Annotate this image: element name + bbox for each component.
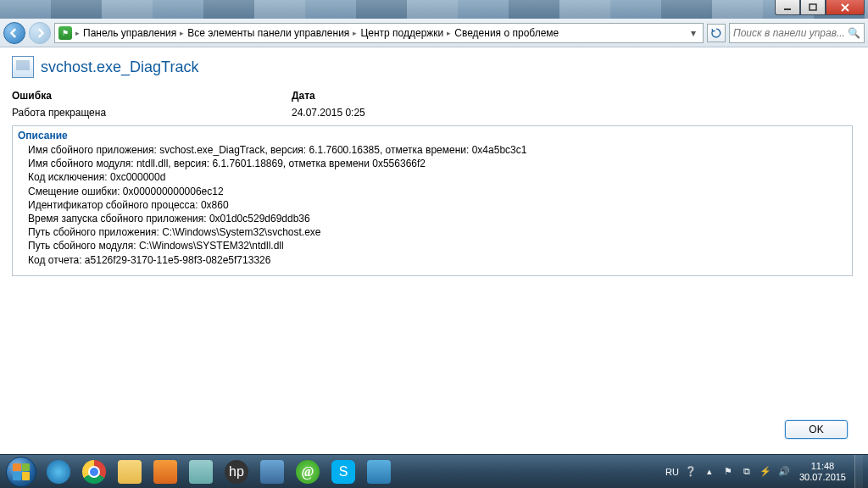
- taskbar-card[interactable]: [362, 456, 396, 488]
- description-line: Смещение ошибки: 0x000000000006ec12: [21, 185, 843, 198]
- navigation-bar: ⚑ ▸Панель управления ▸Все элементы панел…: [0, 19, 868, 47]
- address-dropdown-icon[interactable]: ▾: [687, 27, 699, 39]
- description-line: Путь сбойного приложения: C:\Windows\Sys…: [21, 225, 843, 239]
- taskbar-media-player[interactable]: [148, 456, 182, 488]
- date-label: Дата: [292, 90, 571, 102]
- start-button[interactable]: [2, 455, 41, 489]
- taskbar-chrome[interactable]: [77, 456, 111, 488]
- flag-icon[interactable]: ⚑: [721, 465, 735, 479]
- description-line: Идентификатор сбойного процесса: 0x860: [21, 198, 843, 212]
- description-line: Код исключения: 0xc000000d: [21, 170, 843, 184]
- description-box: Описание Имя сбойного приложения: svchos…: [12, 125, 853, 276]
- clock-date: 30.07.2015: [799, 472, 846, 483]
- volume-icon[interactable]: 🔊: [777, 465, 791, 479]
- chevron-right-icon: ▸: [353, 29, 357, 37]
- taskbar-desktop[interactable]: [255, 456, 289, 488]
- network-icon[interactable]: ⧉: [740, 465, 754, 479]
- refresh-button[interactable]: [707, 24, 726, 42]
- error-value: Работа прекращена: [12, 107, 292, 119]
- taskbar-hp[interactable]: hp: [220, 456, 253, 488]
- svg-rect-1: [810, 4, 816, 10]
- breadcrumb-item[interactable]: Панель управления: [83, 27, 176, 39]
- application-icon: [12, 56, 34, 78]
- description-heading: Описание: [18, 130, 843, 141]
- clock-time: 11:48: [799, 461, 846, 472]
- language-indicator[interactable]: RU: [665, 467, 679, 477]
- maximize-button[interactable]: [800, 0, 826, 15]
- forward-button[interactable]: [29, 22, 51, 44]
- breadcrumb-item[interactable]: Все элементы панели управления: [187, 27, 349, 39]
- action-center-icon[interactable]: ❔: [684, 465, 698, 479]
- address-bar[interactable]: ⚑ ▸Панель управления ▸Все элементы панел…: [54, 23, 704, 43]
- breadcrumb-item[interactable]: Центр поддержки: [360, 27, 443, 39]
- description-line: Путь сбойного модуля: C:\Windows\SYSTEM3…: [21, 239, 843, 252]
- tray-up-icon[interactable]: ▴: [703, 465, 716, 479]
- window-titlebar: [0, 0, 868, 19]
- power-icon[interactable]: ⚡: [759, 465, 772, 479]
- minimize-button[interactable]: [775, 0, 800, 15]
- ok-button[interactable]: OK: [785, 420, 848, 439]
- description-line: Код отчета: a5126f29-3170-11e5-98f3-082e…: [21, 253, 843, 267]
- page-title: svchost.exe_DiagTrack: [41, 58, 198, 76]
- date-value: 24.07.2015 0:25: [292, 107, 571, 119]
- search-box[interactable]: 🔍: [729, 23, 865, 43]
- description-line: Время запуска сбойного приложения: 0x01d…: [21, 212, 843, 225]
- control-panel-icon: ⚑: [58, 26, 72, 40]
- search-input[interactable]: [733, 27, 844, 39]
- system-tray: RU ❔ ▴ ⚑ ⧉ ⚡ 🔊 11:48 30.07.2015: [665, 455, 868, 489]
- content-area: svchost.exe_DiagTrack Ошибка Работа прек…: [0, 47, 868, 454]
- taskbar-mail[interactable]: @: [291, 456, 325, 488]
- close-button[interactable]: [826, 0, 865, 15]
- search-icon[interactable]: 🔍: [848, 27, 860, 39]
- chevron-right-icon: ▸: [447, 29, 451, 37]
- show-desktop-button[interactable]: [854, 455, 863, 489]
- description-line: Имя сбойного модуля: ntdll.dll, версия: …: [21, 157, 843, 170]
- description-line: Имя сбойного приложения: svchost.exe_Dia…: [21, 143, 843, 157]
- clock[interactable]: 11:48 30.07.2015: [799, 461, 846, 482]
- chevron-right-icon: ▸: [75, 29, 80, 37]
- taskbar-ie[interactable]: [42, 456, 75, 488]
- taskbar-app-group[interactable]: [184, 456, 218, 488]
- taskbar: hp @ S RU ❔ ▴ ⚑ ⧉ ⚡ 🔊 11:48 30.07.2015: [0, 454, 868, 488]
- chevron-right-icon: ▸: [180, 29, 184, 37]
- taskbar-explorer[interactable]: [113, 456, 147, 488]
- taskbar-skype[interactable]: S: [326, 456, 360, 488]
- back-button[interactable]: [3, 22, 25, 44]
- error-label: Ошибка: [12, 90, 292, 102]
- window-controls: [775, 0, 865, 15]
- breadcrumb-item[interactable]: Сведения о проблеме: [454, 27, 559, 39]
